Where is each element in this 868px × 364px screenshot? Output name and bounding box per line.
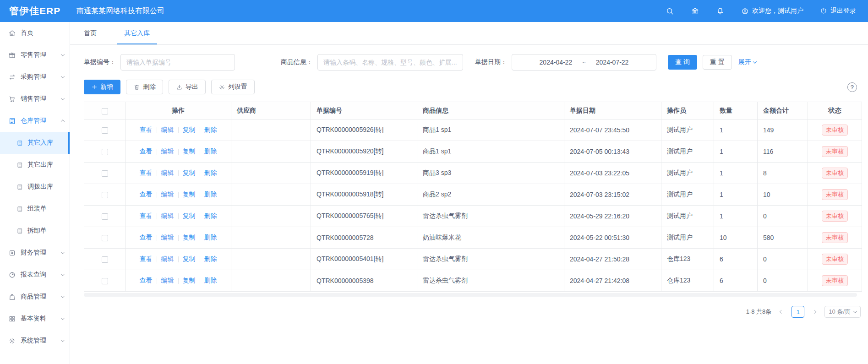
action-link-2[interactable]: 复制 xyxy=(183,234,196,242)
column-header: 单据编号 xyxy=(311,102,417,120)
select-all-checkbox[interactable] xyxy=(102,108,108,114)
sidebar-subitem-transfer-outbound[interactable]: 调拨出库 xyxy=(0,176,70,198)
action-link-0[interactable]: 查看 xyxy=(140,190,153,199)
action-link-1[interactable]: 编辑 xyxy=(161,169,174,177)
action-link-2[interactable]: 复制 xyxy=(183,190,196,199)
order-no-input[interactable] xyxy=(120,54,235,71)
action-link-3[interactable]: 删除 xyxy=(204,277,217,285)
action-link-3[interactable]: 删除 xyxy=(204,190,217,199)
sidebar-item-warehouse[interactable]: 仓库管理 xyxy=(0,110,70,132)
row-checkbox[interactable] xyxy=(102,235,108,241)
help-icon[interactable]: ? xyxy=(847,82,857,92)
date-range-picker[interactable]: 2024-04-22 ~ 2024-07-22 xyxy=(512,54,656,71)
status-cell: 未审核 xyxy=(808,184,862,206)
qty-cell: 1 xyxy=(714,206,758,227)
action-link-0[interactable]: 查看 xyxy=(140,255,153,263)
action-link-3[interactable]: 删除 xyxy=(204,169,217,177)
sidebar-item-sales[interactable]: 销售管理 xyxy=(0,88,70,110)
action-link-0[interactable]: 查看 xyxy=(140,147,153,156)
row-select-cell xyxy=(84,249,126,270)
action-link-3[interactable]: 删除 xyxy=(204,147,217,156)
doc-icon xyxy=(16,206,23,212)
action-link-2[interactable]: 复制 xyxy=(183,147,196,156)
row-checkbox[interactable] xyxy=(102,149,108,155)
action-link-1[interactable]: 编辑 xyxy=(161,277,174,285)
action-link-2[interactable]: 复制 xyxy=(183,255,196,263)
sidebar-item-system[interactable]: 系统管理 xyxy=(0,330,70,352)
supplier-cell xyxy=(231,227,311,249)
action-link-2[interactable]: 复制 xyxy=(183,277,196,285)
sidebar-item-label: 销售管理 xyxy=(21,95,46,103)
row-checkbox[interactable] xyxy=(102,192,108,198)
table-horizontal-scrollbar[interactable] xyxy=(84,293,857,297)
action-link-0[interactable]: 查看 xyxy=(140,234,153,242)
page-size-select[interactable]: 10 条/页 xyxy=(824,306,861,318)
row-checkbox[interactable] xyxy=(102,278,108,284)
delete-button[interactable]: 删除 xyxy=(126,80,163,94)
row-checkbox[interactable] xyxy=(102,213,108,220)
sidebar-subitem-other-outbound[interactable]: 其它出库 xyxy=(0,154,70,176)
action-link-1[interactable]: 编辑 xyxy=(161,234,174,242)
tab-home[interactable]: 首页 xyxy=(84,22,97,44)
sidebar-item-finance[interactable]: 财务管理 xyxy=(0,242,70,264)
row-checkbox[interactable] xyxy=(102,127,108,134)
sidebar-subitem-other-inbound[interactable]: 其它入库 xyxy=(0,132,70,154)
chevron-down-icon xyxy=(853,309,857,313)
sidebar-item-basic[interactable]: 基本资料 xyxy=(0,308,70,330)
current-page-button[interactable]: 1 xyxy=(792,306,804,318)
next-page-button[interactable] xyxy=(809,306,820,318)
date-from[interactable]: 2024-04-22 xyxy=(540,59,573,66)
order-no-cell: QTRK00000005926[转] xyxy=(311,120,417,141)
date-to[interactable]: 2024-07-22 xyxy=(596,59,629,66)
company-name: 南通某某网络科技有限公司 xyxy=(76,6,164,16)
sidebar-item-report[interactable]: 报表查询 xyxy=(0,264,70,286)
order-no-cell: QTRK00000005728 xyxy=(311,227,417,249)
sidebar-item-retail[interactable]: 零售管理 xyxy=(0,44,70,66)
sidebar-item-goods[interactable]: 商品管理 xyxy=(0,286,70,308)
sidebar-item-home[interactable]: 首页 xyxy=(0,22,70,44)
product-info-input[interactable] xyxy=(317,54,463,71)
search-button[interactable]: 查询 xyxy=(668,55,697,70)
action-link-0[interactable]: 查看 xyxy=(140,277,153,285)
prev-page-button[interactable] xyxy=(776,306,787,318)
search-icon[interactable] xyxy=(666,7,674,16)
action-link-1[interactable]: 编辑 xyxy=(161,126,174,134)
product-cell: 雷达杀虫气雾剂 xyxy=(417,270,564,292)
delete-label: 删除 xyxy=(143,83,156,91)
logout-button[interactable]: 退出登录 xyxy=(820,7,856,15)
product-cell: 奶油味爆米花 xyxy=(417,227,564,249)
tab-other-inbound[interactable]: 其它入库 xyxy=(124,22,150,44)
sidebar-item-purchase[interactable]: 采购管理 xyxy=(0,66,70,88)
action-link-2[interactable]: 复制 xyxy=(183,212,196,220)
action-link-3[interactable]: 删除 xyxy=(204,212,217,220)
action-link-0[interactable]: 查看 xyxy=(140,126,153,134)
welcome-user[interactable]: 欢迎您，测试用户 xyxy=(741,7,803,15)
action-link-1[interactable]: 编辑 xyxy=(161,190,174,199)
row-checkbox[interactable] xyxy=(102,170,108,177)
action-link-3[interactable]: 删除 xyxy=(204,255,217,263)
bell-icon[interactable] xyxy=(716,7,725,16)
table-header-row: 操作供应商单据编号商品信息单据日期操作员数量金额合计状态 xyxy=(84,102,862,120)
add-button[interactable]: 新增 xyxy=(84,80,120,94)
sidebar-subitem-disassembly[interactable]: 拆卸单 xyxy=(0,220,70,242)
row-action-links: 查看编辑复制删除 xyxy=(127,277,229,285)
row-checkbox[interactable] xyxy=(102,256,108,263)
column-settings-button[interactable]: 列设置 xyxy=(211,80,255,94)
bank-icon[interactable] xyxy=(691,7,699,16)
action-link-1[interactable]: 编辑 xyxy=(161,147,174,156)
action-link-2[interactable]: 复制 xyxy=(183,169,196,177)
action-link-3[interactable]: 删除 xyxy=(204,126,217,134)
row-action-links: 查看编辑复制删除 xyxy=(127,212,229,220)
action-link-2[interactable]: 复制 xyxy=(183,126,196,134)
column-header: 操作员 xyxy=(661,102,714,120)
export-button[interactable]: 导出 xyxy=(169,80,206,94)
sidebar-subitem-label: 其它入库 xyxy=(27,139,53,147)
action-link-0[interactable]: 查看 xyxy=(140,212,153,220)
expand-toggle[interactable]: 展开 xyxy=(738,58,756,66)
action-link-3[interactable]: 删除 xyxy=(204,234,217,242)
action-link-0[interactable]: 查看 xyxy=(140,169,153,177)
sidebar-subitem-assembly[interactable]: 组装单 xyxy=(0,198,70,220)
action-link-1[interactable]: 编辑 xyxy=(161,212,174,220)
action-link-1[interactable]: 编辑 xyxy=(161,255,174,263)
reset-button[interactable]: 重置 xyxy=(703,55,732,70)
